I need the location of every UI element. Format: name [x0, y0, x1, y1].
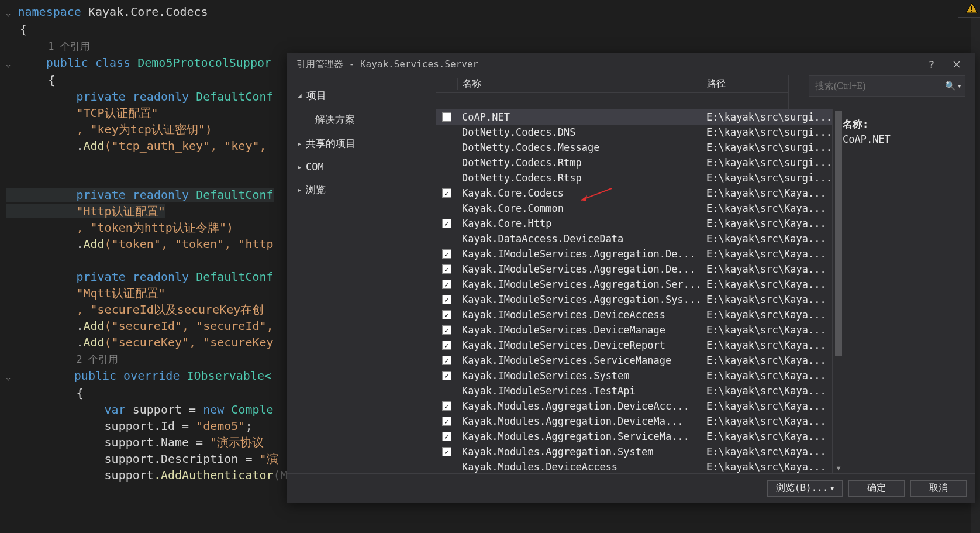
table-row[interactable]: ✓Kayak.IModuleServices.SystemE:\kayak\sr…: [436, 368, 832, 383]
table-row[interactable]: CoAP.NETE:\kayak\src\surgi...: [436, 109, 832, 125]
detail-value: CoAP.NET: [843, 133, 975, 145]
row-name: Kayak.Modules.Aggregation.System: [457, 446, 702, 458]
checkbox[interactable]: ✓: [442, 371, 451, 380]
row-path: E:\kayak\src\Kaya...: [702, 370, 832, 381]
dialog-buttons: 浏览(B)... ▼ 确定 取消: [287, 473, 975, 503]
detail-label: 名称:: [843, 118, 975, 131]
search-input[interactable]: [815, 81, 941, 91]
svg-rect-0: [971, 6, 972, 10]
annotation-arrow-icon: [578, 187, 613, 205]
checkbox[interactable]: ✓: [442, 417, 451, 426]
table-row[interactable]: Kayak.Modules.DeviceAccessE:\kayak\src\K…: [436, 459, 832, 473]
help-button[interactable]: ?: [920, 53, 943, 75]
row-path: E:\kayak\src\Kaya...: [702, 248, 832, 260]
table-row[interactable]: ✓Kayak.IModuleServices.Aggregation.Ser..…: [436, 277, 832, 292]
grid-header: 名称 路径: [436, 75, 788, 93]
checkbox[interactable]: ✓: [442, 310, 451, 319]
warning-icon: [965, 1, 979, 15]
row-path: E:\kayak\src\surgi...: [702, 126, 832, 138]
table-row[interactable]: DotNetty.Codecs.DNSE:\kayak\src\surgi...: [436, 125, 832, 140]
sidebar-item-浏览[interactable]: 浏览: [287, 178, 436, 202]
table-row[interactable]: Kayak.IModuleServices.TestApiE:\kayak\sr…: [436, 383, 832, 398]
row-name: Kayak.IModuleServices.Aggregation.De...: [457, 263, 702, 275]
search-box[interactable]: 🔍▾: [809, 75, 965, 97]
checkbox[interactable]: ✓: [442, 447, 451, 456]
checkbox[interactable]: ✓: [442, 432, 451, 441]
sidebar-item-共享的项目[interactable]: 共享的项目: [287, 132, 436, 156]
table-row[interactable]: ✓Kayak.Modules.Aggregation.SystemE:\kaya…: [436, 444, 832, 459]
table-row[interactable]: ✓Kayak.IModuleServices.Aggregation.De...…: [436, 246, 832, 262]
table-row[interactable]: DotNetty.Codecs.RtmpE:\kayak\src\surgi..…: [436, 155, 832, 170]
checkbox[interactable]: ✓: [442, 249, 451, 259]
row-path: E:\kayak\src\Kaya...: [702, 385, 832, 397]
search-icon[interactable]: 🔍: [945, 81, 956, 91]
row-name: Kayak.IModuleServices.Aggregation.Sys...: [457, 294, 702, 305]
detail-panel: 名称: CoAP.NET: [833, 109, 975, 473]
row-path: E:\kayak\src\Kaya...: [702, 400, 832, 412]
row-path: E:\kayak\src\Kaya...: [702, 202, 832, 214]
table-row[interactable]: Kayak.DataAccess.DeviceDataE:\kayak\src\…: [436, 231, 832, 246]
row-name: DotNetty.Codecs.DNS: [457, 126, 702, 138]
table-row[interactable]: ✓Kayak.IModuleServices.ServiceManageE:\k…: [436, 353, 832, 368]
table-row[interactable]: ✓Kayak.IModuleServices.Aggregation.Sys..…: [436, 292, 832, 307]
checkbox[interactable]: ✓: [442, 325, 451, 335]
table-row[interactable]: ✓Kayak.IModuleServices.Aggregation.De...…: [436, 262, 832, 277]
table-row[interactable]: ✓Kayak.Core.HttpE:\kayak\src\Kaya...: [436, 216, 832, 231]
checkbox[interactable]: ✓: [442, 264, 451, 274]
checkbox[interactable]: ✓: [442, 401, 451, 411]
row-name: DotNetty.Codecs.Message: [457, 142, 702, 153]
row-path: E:\kayak\src\Kaya...: [702, 278, 832, 290]
row-path: E:\kayak\src\Kaya...: [702, 431, 832, 442]
checkbox[interactable]: ✓: [442, 188, 451, 198]
grid-body[interactable]: CoAP.NETE:\kayak\src\surgi...DotNetty.Co…: [436, 109, 832, 473]
table-row[interactable]: ✓Kayak.Modules.Aggregation.ServiceMa...E…: [436, 429, 832, 444]
checkbox[interactable]: ✓: [442, 356, 451, 365]
table-row[interactable]: ✓Kayak.Modules.Aggregation.DeviceMa...E:…: [436, 414, 832, 429]
scroll-down-icon[interactable]: ▼: [833, 463, 844, 473]
row-path: E:\kayak\src\Kaya...: [702, 294, 832, 305]
svg-rect-1: [971, 11, 972, 12]
row-name: Kayak.Modules.DeviceAccess: [457, 461, 702, 473]
row-name: Kayak.IModuleServices.System: [457, 370, 702, 381]
table-row[interactable]: DotNetty.Codecs.RtspE:\kayak\src\surgi..…: [436, 170, 832, 185]
table-row[interactable]: Kayak.Core.CommonE:\kayak\src\Kaya...: [436, 201, 832, 216]
table-row[interactable]: ✓Kayak.IModuleServices.DeviceReportE:\ka…: [436, 338, 832, 353]
sidebar-item-解决方案[interactable]: 解决方案: [287, 108, 436, 132]
editor-corner: [958, 0, 980, 18]
column-path[interactable]: 路径: [702, 78, 788, 90]
close-button[interactable]: [943, 53, 970, 75]
checkbox[interactable]: ✓: [442, 295, 451, 304]
row-path: E:\kayak\src\Kaya...: [702, 355, 832, 366]
row-name: Kayak.DataAccess.DeviceData: [457, 233, 702, 245]
dialog-titlebar[interactable]: 引用管理器 - Kayak.Services.Server ?: [287, 53, 975, 75]
checkbox[interactable]: ✓: [442, 219, 451, 228]
scrollbar[interactable]: ▲ ▼: [833, 109, 833, 473]
row-path: E:\kayak\src\Kaya...: [702, 187, 832, 199]
sidebar-item-COM[interactable]: COM: [287, 156, 436, 178]
search-dropdown-icon[interactable]: ▾: [957, 82, 961, 90]
table-row[interactable]: ✓Kayak.IModuleServices.DeviceManageE:\ka…: [436, 322, 832, 338]
row-path: E:\kayak\src\Kaya...: [702, 324, 832, 336]
ok-button[interactable]: 确定: [848, 480, 905, 497]
row-path: E:\kayak\src\Kaya...: [702, 339, 832, 351]
close-icon: [953, 61, 960, 68]
table-row[interactable]: ✓Kayak.IModuleServices.DeviceAccessE:\ka…: [436, 307, 832, 322]
row-name: DotNetty.Codecs.Rtmp: [457, 157, 702, 169]
dialog-sidebar: 项目解决方案共享的项目COM浏览: [287, 75, 436, 473]
checkbox[interactable]: [442, 112, 451, 122]
checkbox[interactable]: ✓: [442, 341, 451, 350]
row-name: Kayak.Modules.Aggregation.DeviceMa...: [457, 415, 702, 427]
table-row[interactable]: ✓Kayak.Core.CodecsE:\kayak\src\Kaya...: [436, 185, 832, 201]
table-row[interactable]: DotNetty.Codecs.MessageE:\kayak\src\surg…: [436, 140, 832, 155]
row-path: E:\kayak\src\Kaya...: [702, 461, 832, 473]
column-name[interactable]: 名称: [457, 78, 702, 90]
scroll-thumb[interactable]: [835, 111, 842, 356]
row-path: E:\kayak\src\Kaya...: [702, 309, 832, 321]
browse-button[interactable]: 浏览(B)... ▼: [767, 480, 843, 497]
row-name: Kayak.IModuleServices.DeviceAccess: [457, 309, 702, 321]
cancel-button[interactable]: 取消: [910, 480, 967, 497]
table-row[interactable]: ✓Kayak.Modules.Aggregation.DeviceAcc...E…: [436, 398, 832, 414]
sidebar-item-项目[interactable]: 项目: [287, 84, 436, 108]
row-path: E:\kayak\src\surgi...: [702, 142, 832, 153]
checkbox[interactable]: ✓: [442, 280, 451, 289]
